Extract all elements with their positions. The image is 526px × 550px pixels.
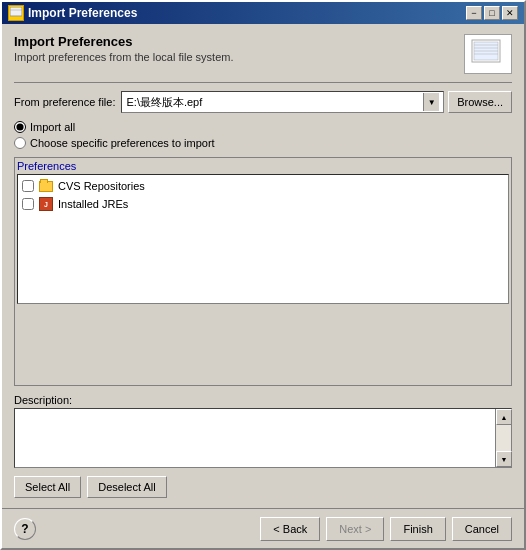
maximize-button[interactable]: □ <box>484 6 500 20</box>
pref-cvs-checkbox[interactable] <box>22 180 34 192</box>
header-text: Import Preferences Import preferences fr… <box>14 34 233 63</box>
file-input-container: E:\最终版本.epf ▼ Browse... <box>121 91 512 113</box>
radio-choose-specific[interactable]: Choose specific preferences to import <box>14 137 512 149</box>
scroll-track <box>496 425 511 451</box>
svg-rect-0 <box>10 7 22 16</box>
back-button[interactable]: < Back <box>260 517 320 541</box>
dialog-title: Import Preferences <box>14 34 233 49</box>
pref-cvs-label: CVS Repositories <box>58 180 145 192</box>
window-icon <box>8 5 24 21</box>
folder-icon <box>38 178 54 194</box>
file-label: From preference file: <box>14 96 115 108</box>
select-buttons: Select All Deselect All <box>14 476 512 498</box>
description-section: Description: ▲ ▼ <box>14 394 512 468</box>
dialog-content: Import Preferences Import preferences fr… <box>2 24 524 508</box>
scroll-up-button[interactable]: ▲ <box>496 409 512 425</box>
pref-item-cvs[interactable]: CVS Repositories <box>20 177 506 195</box>
preferences-list[interactable]: CVS Repositories J Installed JREs <box>17 174 509 304</box>
deselect-all-button[interactable]: Deselect All <box>87 476 166 498</box>
file-combo[interactable]: E:\最终版本.epf ▼ <box>121 91 444 113</box>
cancel-button[interactable]: Cancel <box>452 517 512 541</box>
header-icon <box>464 34 512 74</box>
browse-button[interactable]: Browse... <box>448 91 512 113</box>
radio-group: Import all Choose specific preferences t… <box>14 121 512 149</box>
description-label: Description: <box>14 394 512 406</box>
radio-import-all[interactable]: Import all <box>14 121 512 133</box>
preferences-group: Preferences CVS Repositories J Installed… <box>14 157 512 386</box>
title-buttons: − □ ✕ <box>466 6 518 20</box>
file-row: From preference file: E:\最终版本.epf ▼ Brow… <box>14 91 512 113</box>
help-button[interactable]: ? <box>14 518 36 540</box>
bottom-bar: ? < Back Next > Finish Cancel <box>2 508 524 548</box>
select-all-button[interactable]: Select All <box>14 476 81 498</box>
title-bar-left: Import Preferences <box>8 5 137 21</box>
file-combo-value: E:\最终版本.epf <box>126 95 202 110</box>
radio-choose-specific-label: Choose specific preferences to import <box>30 137 215 149</box>
radio-import-all-input[interactable] <box>14 121 26 133</box>
description-box: ▲ ▼ <box>14 408 512 468</box>
jre-icon: J <box>38 196 54 212</box>
nav-buttons: < Back Next > Finish Cancel <box>260 517 512 541</box>
dialog-subtitle: Import preferences from the local file s… <box>14 51 233 63</box>
next-button[interactable]: Next > <box>326 517 384 541</box>
pref-item-jre[interactable]: J Installed JREs <box>20 195 506 213</box>
preferences-label: Preferences <box>17 160 509 172</box>
main-window: Import Preferences − □ ✕ Import Preferen… <box>0 0 526 550</box>
header-section: Import Preferences Import preferences fr… <box>14 34 512 83</box>
scroll-down-button[interactable]: ▼ <box>496 451 512 467</box>
combo-dropdown-arrow[interactable]: ▼ <box>423 93 439 111</box>
close-button[interactable]: ✕ <box>502 6 518 20</box>
finish-button[interactable]: Finish <box>390 517 445 541</box>
radio-import-all-label: Import all <box>30 121 75 133</box>
minimize-button[interactable]: − <box>466 6 482 20</box>
description-textarea[interactable] <box>15 409 495 467</box>
radio-choose-specific-input[interactable] <box>14 137 26 149</box>
title-bar: Import Preferences − □ ✕ <box>2 2 524 24</box>
description-scrollbar: ▲ ▼ <box>495 409 511 467</box>
window-title: Import Preferences <box>28 6 137 20</box>
pref-jre-checkbox[interactable] <box>22 198 34 210</box>
pref-jre-label: Installed JREs <box>58 198 128 210</box>
